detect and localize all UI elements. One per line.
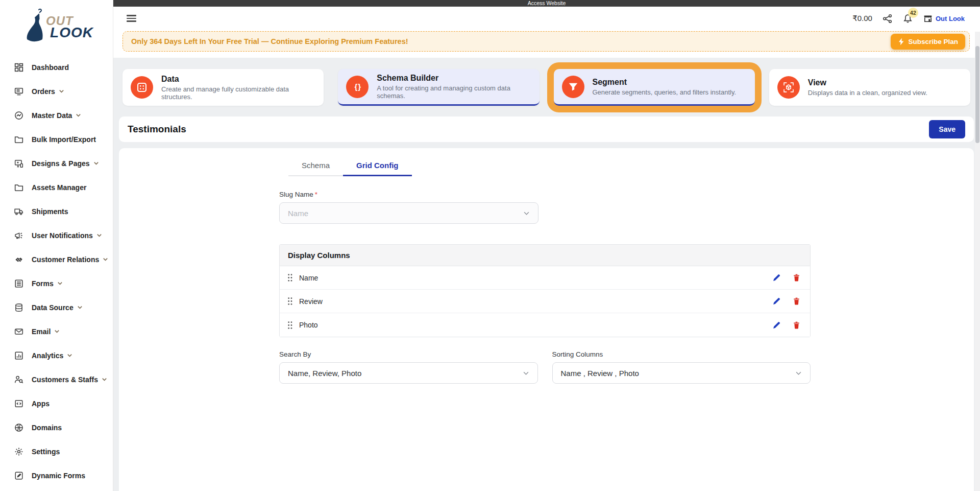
card-description: Generate segments, queries, and filters … <box>593 88 737 96</box>
sidebar-item-apps[interactable]: Apps <box>0 391 113 415</box>
page-scrollbar[interactable] <box>975 32 980 491</box>
delete-trash-icon[interactable] <box>792 273 801 282</box>
analytics-icon <box>14 351 23 360</box>
card-title: Schema Builder <box>377 74 532 83</box>
lightning-bolt-icon <box>898 38 904 45</box>
chevron-down-icon <box>795 370 802 377</box>
sidebar-item-forms[interactable]: Forms <box>0 271 113 295</box>
sidebar-item-bulk-import-export[interactable]: Bulk Import/Export <box>0 127 113 151</box>
edit-pencil-icon[interactable] <box>772 297 781 306</box>
column-name: Name <box>299 274 318 282</box>
chevron-down-icon <box>103 256 108 262</box>
card-view[interactable]: View Displays data in a clean, organized… <box>769 69 970 106</box>
sidebar-item-label: Assets Manager <box>32 183 86 192</box>
sidebar-item-dynamic-forms[interactable]: Dynamic Forms <box>0 463 113 487</box>
display-column-row: Photo <box>280 313 810 337</box>
store-button[interactable]: Out Look <box>923 14 965 23</box>
config-panel: Schema Grid Config Slug Name* Name Displ… <box>119 148 974 491</box>
sidebar-item-label: Orders <box>32 87 55 96</box>
sidebar-item-analytics[interactable]: Analytics <box>0 343 113 367</box>
edit-pencil-icon[interactable] <box>772 321 781 330</box>
tab-grid-config[interactable]: Grid Config <box>343 156 412 176</box>
display-columns-header: Display Columns <box>280 245 810 266</box>
folder-icon <box>14 135 23 144</box>
dynamic-forms-icon <box>14 471 23 480</box>
chevron-down-icon <box>77 305 83 310</box>
card-title: View <box>808 78 927 87</box>
master-data-icon <box>14 111 23 120</box>
globe-icon <box>14 423 23 432</box>
tab-schema[interactable]: Schema <box>288 156 343 176</box>
access-website-bar[interactable]: Access Website <box>113 0 980 7</box>
delete-trash-icon[interactable] <box>792 321 801 330</box>
chevron-down-icon <box>57 280 63 286</box>
sorting-columns-label: Sorting Columns <box>552 350 811 358</box>
sidebar-item-label: Dashboard <box>32 63 69 72</box>
card-description: Displays data in a clean, organized view… <box>808 89 927 97</box>
card-schema-builder[interactable]: { } Schema Builder A tool for creating a… <box>338 69 539 106</box>
drag-handle-icon[interactable] <box>287 297 293 306</box>
folder-icon <box>14 183 23 192</box>
orders-icon <box>14 87 23 96</box>
sidebar-item-label: Apps <box>32 400 50 408</box>
sidebar-item-label: Domains <box>32 424 62 432</box>
sidebar-item-dashboard[interactable]: Dashboard <box>0 55 113 79</box>
drag-handle-icon[interactable] <box>287 321 293 330</box>
sidebar-item-customer-relations[interactable]: Customer Relations <box>0 247 113 271</box>
notifications-bell-icon[interactable]: 42 <box>903 13 913 24</box>
card-segment[interactable]: Segment Generate segments, queries, and … <box>554 69 755 106</box>
database-icon <box>14 303 23 312</box>
grid-config-form: Slug Name* Name Display Columns Name <box>279 191 811 384</box>
share-icon[interactable] <box>883 13 893 24</box>
sidebar-item-email[interactable]: Email <box>0 319 113 343</box>
chevron-down-icon <box>54 329 60 334</box>
subscribe-plan-label: Subscribe Plan <box>908 38 958 45</box>
chevron-down-icon <box>102 377 107 382</box>
display-column-row: Name <box>280 266 810 290</box>
designs-pages-icon <box>14 159 23 168</box>
tab-bar: Schema Grid Config <box>288 156 974 176</box>
sidebar-item-label: Dynamic Forms <box>32 472 85 480</box>
sidebar-item-master-data[interactable]: Master Data <box>0 103 113 127</box>
drag-handle-icon[interactable] <box>287 273 293 282</box>
gear-icon <box>14 447 23 456</box>
search-by-select[interactable]: Name, Review, Photo <box>279 362 538 384</box>
store-button-label: Out Look <box>936 15 965 22</box>
header: ₹0.00 42 Out Look Only 364 Days Left In … <box>113 7 980 58</box>
chevron-down-icon <box>67 353 72 358</box>
sorting-columns-select[interactable]: Name , Review , Photo <box>552 362 811 384</box>
sidebar-item-settings[interactable]: Settings <box>0 439 113 463</box>
sidebar-item-user-notifications[interactable]: User Notifications <box>0 223 113 247</box>
scrollbar-thumb[interactable] <box>975 46 979 143</box>
card-data[interactable]: Data Create and manage fully customizabl… <box>122 69 324 106</box>
card-title: Data <box>161 75 316 84</box>
brand-logo: OUT LOOK <box>0 0 113 51</box>
sidebar-item-assets-manager[interactable]: Assets Manager <box>0 175 113 199</box>
sidebar-item-label: Email <box>32 328 51 336</box>
sidebar-nav: Dashboard Orders Master Data Bulk Import… <box>0 51 113 487</box>
sidebar-item-designs-pages[interactable]: Designs & Pages <box>0 151 113 175</box>
sidebar-item-shipments[interactable]: Shipments <box>0 199 113 223</box>
notification-count-badge: 42 <box>908 8 918 18</box>
trial-banner-message: Only 364 Days Left In Your Free Trial — … <box>131 37 408 45</box>
sidebar-item-data-source[interactable]: Data Source <box>0 295 113 319</box>
save-button[interactable]: Save <box>929 120 965 138</box>
dress-logo-icon <box>19 9 49 45</box>
edit-pencil-icon[interactable] <box>772 273 781 282</box>
search-by-label: Search By <box>279 350 538 358</box>
subscribe-plan-button[interactable]: Subscribe Plan <box>891 34 965 50</box>
sidebar-item-customers-staffs[interactable]: Customers & Staffs <box>0 367 113 391</box>
card-title: Segment <box>593 78 737 87</box>
sorting-columns-value: Name , Review , Photo <box>561 369 639 378</box>
dashboard-icon <box>14 63 23 72</box>
sidebar-item-domains[interactable]: Domains <box>0 415 113 439</box>
sidebar-item-label: Settings <box>32 448 60 456</box>
slug-name-select[interactable]: Name <box>279 202 538 224</box>
sidebar-item-label: Analytics <box>32 352 63 360</box>
delete-trash-icon[interactable] <box>792 297 801 306</box>
sidebar-item-label: Forms <box>32 279 54 288</box>
card-description: A tool for creating and managing custom … <box>377 84 532 100</box>
hamburger-menu-icon[interactable] <box>127 15 136 21</box>
braces-icon: { } <box>346 76 369 98</box>
sidebar-item-orders[interactable]: Orders <box>0 79 113 103</box>
